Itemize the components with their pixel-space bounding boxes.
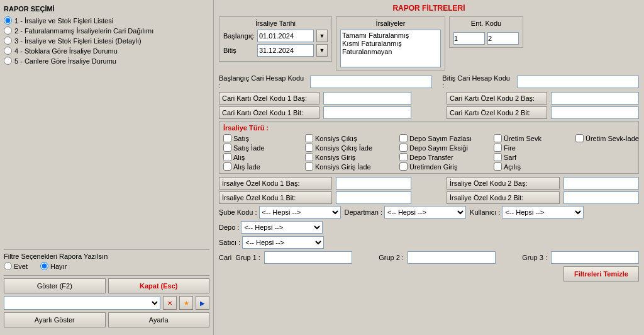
goster-button[interactable]: Göster (F2): [4, 278, 106, 293]
cb-depo-sayim-fazlasi-input[interactable]: [399, 134, 408, 142]
hayir-radio[interactable]: [40, 262, 48, 270]
cari-ozel-2-bas-input[interactable]: [551, 92, 639, 105]
report-item-4[interactable]: 4 - Stoklara Göre İrsaliye Durumu: [4, 47, 209, 55]
ayarli-goster-button[interactable]: Ayarlı Göster: [4, 312, 106, 327]
depo-select[interactable]: <-- Hepsi -->: [241, 221, 323, 234]
irsaliye-ozel-1-bit-btn[interactable]: İrsaliye Özel Kodu 1 Bit:: [219, 191, 332, 204]
grup1-input[interactable]: [264, 251, 352, 264]
irsaliyeler-select[interactable]: Tamamı Faturalanmış Kısmi Faturalanmış F…: [342, 31, 439, 65]
report-label-2[interactable]: 2 - Faturalanmamış İrsaliyelerin Cari Da…: [14, 27, 153, 35]
baslangic-calendar-btn[interactable]: ▼: [316, 30, 328, 42]
bitis-cari-hesap-input[interactable]: [517, 76, 639, 88]
report-item-1[interactable]: 1 - İrsaliye ve Stok Fişleri Listesi: [4, 16, 209, 25]
cb-uretim-sevk-iade-input[interactable]: [575, 134, 584, 142]
cb-alis-input[interactable]: [223, 153, 231, 161]
cb-depo-sayim-fazlasi[interactable]: Depo Sayım Fazlası: [399, 134, 494, 142]
ayarla-button[interactable]: Ayarla: [108, 312, 210, 327]
hayir-option[interactable]: Hayır: [40, 262, 67, 270]
report-label-4[interactable]: 4 - Stoklara Göre İrsaliye Durumu: [14, 47, 118, 55]
cb-konsiye-cikis-input[interactable]: [305, 134, 313, 142]
report-item-3[interactable]: 3 - İrsaliye ve Stok Fişleri Listesi (De…: [4, 37, 209, 45]
cari-ozel-1-bit-input[interactable]: [323, 106, 411, 119]
baslangic-input[interactable]: [257, 30, 314, 42]
ayarlar-combo[interactable]: [4, 296, 160, 310]
cari-ozel-2-bit-btn[interactable]: Cari Kartı Özel Kodu 2 Bit:: [447, 106, 547, 119]
cb-satis-iade-input[interactable]: [223, 144, 231, 152]
irsaliyeler-listbox[interactable]: Tamamı Faturalanmış Kısmi Faturalanmış F…: [340, 30, 441, 67]
cb-depo-transfer[interactable]: Depo Transfer: [399, 153, 494, 161]
report-item-2[interactable]: 2 - Faturalanmamış İrsaliyelerin Cari Da…: [4, 26, 209, 35]
cari-ozel-1-bas-input[interactable]: [323, 92, 411, 105]
cari-ozel-1-bas-btn[interactable]: Cari Kartı Özel Kodu 1 Baş:: [219, 92, 319, 105]
irsaliye-ozel-1-bit-input[interactable]: [336, 191, 411, 204]
report-label-3[interactable]: 3 - İrsaliye ve Stok Fişleri Listesi (De…: [14, 37, 142, 45]
irsaliye-ozel-2-bas-input[interactable]: [564, 177, 639, 190]
cb-depo-transfer-input[interactable]: [399, 153, 408, 161]
btn-small-star[interactable]: ★: [179, 296, 193, 310]
cari-ozel-2-bas-btn[interactable]: Cari Kartı Özel Kodu 2 Baş:: [447, 92, 547, 105]
filtreleri-temizle-button[interactable]: Filtreleri Temizle: [564, 266, 639, 281]
cb-satis-input[interactable]: [223, 134, 231, 142]
rapor-filtreleri-title: RAPOR FİLTRELERİ: [219, 4, 639, 13]
cb-depo-sayim-eksigi[interactable]: Depo Sayım Eksiği: [399, 144, 494, 152]
cb-alis[interactable]: Alış: [223, 153, 305, 161]
cb-sarf[interactable]: Sarf: [494, 153, 575, 161]
cari-ozel-1-bit-btn[interactable]: Cari Kartı Özel Kodu 1 Bit:: [219, 106, 319, 119]
cb-sarf-input[interactable]: [494, 153, 502, 161]
irsaliye-ozel-1-bas-input[interactable]: [336, 177, 411, 190]
cb-acilis[interactable]: Açılış: [494, 162, 575, 171]
cb-konsiye-cikis-iade-input[interactable]: [305, 144, 313, 152]
satici-row: Satıcı : <-- Hepsi -->: [219, 236, 639, 249]
cari-ozel-2-bit-input[interactable]: [551, 106, 639, 119]
report-radio-2[interactable]: [4, 26, 12, 35]
kullanici-select[interactable]: <-- Hepsi -->: [502, 206, 584, 219]
cb-depo-sayim-eksigi-input[interactable]: [399, 144, 408, 152]
report-radio-5[interactable]: [4, 57, 12, 65]
irsaliye-ozel-2-bit-btn[interactable]: İrsaliye Özel Kodu 2 Bit:: [447, 191, 560, 204]
report-label-5[interactable]: 5 - Carilere Göre İrsaliye Durumu: [14, 57, 116, 65]
cb-konsiye-giris[interactable]: Konsiys Giriş: [305, 153, 399, 161]
cb-fire[interactable]: Fire: [494, 144, 575, 152]
cb-alis-iade[interactable]: Alış İade: [223, 162, 305, 171]
bitis-calendar-btn[interactable]: ▼: [316, 44, 328, 57]
cb-fire-input[interactable]: [494, 144, 502, 152]
cb-uretim-sevk[interactable]: Üretim Sevk: [494, 134, 575, 142]
cb-satis-iade[interactable]: Satış İade: [223, 144, 305, 152]
btn-small-x[interactable]: ✕: [163, 296, 177, 310]
ent-input-2[interactable]: [487, 32, 519, 45]
satici-select[interactable]: <-- Hepsi -->: [242, 236, 324, 249]
evet-option[interactable]: Evet: [4, 262, 28, 270]
cb-konsiye-giris-iade[interactable]: Konsiys Giriş İade: [305, 162, 399, 171]
cb-konsiye-cikis[interactable]: Konsiys Çıkış: [305, 134, 399, 142]
grup3-input[interactable]: [551, 251, 639, 264]
bas-cari-hesap-input[interactable]: [310, 76, 432, 88]
evet-radio[interactable]: [4, 262, 12, 270]
sube-kodu-select[interactable]: <-- Hepsi -->: [259, 206, 341, 219]
cb-alis-iade-input[interactable]: [223, 162, 231, 171]
bitis-input[interactable]: [257, 44, 314, 57]
cb-uretim-sevk-iade[interactable]: Üretim Sevk-İade: [575, 134, 644, 142]
irsaliye-ozel-1-bas-btn[interactable]: İrsaliye Özel Kodu 1 Baş:: [219, 177, 332, 190]
grup2-input[interactable]: [408, 251, 496, 264]
report-label-1[interactable]: 1 - İrsaliye ve Stok Fişleri Listesi: [14, 17, 113, 25]
departman-label: Departman :: [345, 208, 383, 216]
kapat-button[interactable]: Kapat (Esc): [108, 278, 210, 293]
report-radio-1[interactable]: [4, 16, 12, 25]
cb-acilis-input[interactable]: [494, 162, 502, 171]
cb-uretimden-giris[interactable]: Üretimden Giriş: [399, 162, 494, 171]
departman-select[interactable]: <-- Hepsi -->: [384, 206, 466, 219]
cb-konsiye-cikis-iade[interactable]: Konsiys Çıkış İade: [305, 144, 399, 152]
report-radio-3[interactable]: [4, 37, 12, 45]
irsaliye-ozel-2-bas-btn[interactable]: İrsaliye Özel Kodu 2 Baş:: [447, 177, 560, 190]
bas-cari-hesap-label: Başlangıç Cari Hesap Kodu :: [219, 74, 305, 89]
cb-uretimden-giris-input[interactable]: [399, 162, 408, 171]
report-item-5[interactable]: 5 - Carilere Göre İrsaliye Durumu: [4, 57, 209, 65]
cb-konsiye-giris-iade-input[interactable]: [305, 162, 313, 171]
irsaliye-ozel-2-bit-input[interactable]: [564, 191, 639, 204]
cb-satis[interactable]: Satış: [223, 134, 305, 142]
cb-uretim-sevk-input[interactable]: [494, 134, 502, 142]
report-radio-4[interactable]: [4, 47, 12, 55]
btn-small-arrow[interactable]: ▶: [196, 296, 209, 310]
ent-input-1[interactable]: [453, 32, 485, 45]
cb-konsiye-giris-input[interactable]: [305, 153, 313, 161]
